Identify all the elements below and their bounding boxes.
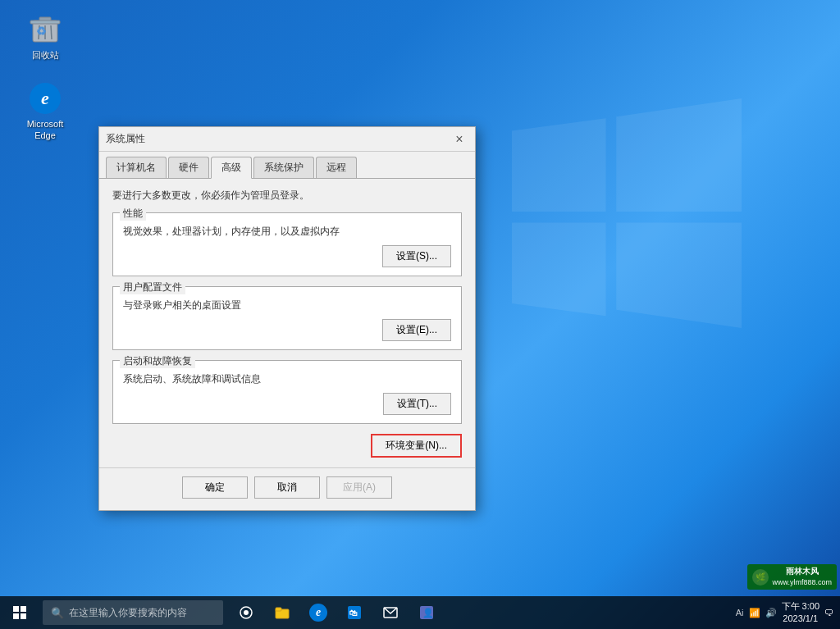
ok-button[interactable]: 确定 <box>182 476 248 499</box>
user-profiles-desc: 与登录账户相关的桌面设置 <box>123 299 451 312</box>
dialog-close-button[interactable]: × <box>450 130 468 148</box>
svg-text:🛍: 🛍 <box>349 608 358 618</box>
tray-clock[interactable]: 下午 3:00 2023/1/1 <box>782 600 819 626</box>
dialog-content: 要进行大多数更改，你必须作为管理员登录。 性能 视觉效果，处理器计划，内存使用，… <box>99 178 475 467</box>
edge-taskbar-button[interactable]: e <box>302 596 335 629</box>
dialog-note: 要进行大多数更改，你必须作为管理员登录。 <box>112 189 462 203</box>
dialog-overlay: 系统属性 × 计算机名 硬件 高级 系统保护 远程 要进行大多数更改，你必须作为… <box>0 0 840 596</box>
startup-recovery-settings-button[interactable]: 设置(T)... <box>383 393 451 415</box>
task-view-button[interactable] <box>230 596 262 629</box>
svg-rect-13 <box>13 613 19 619</box>
dialog-footer: 确定 取消 应用(A) <box>99 467 475 510</box>
watermark: 🌿 雨林木风 www.ylmf888.com <box>747 564 837 590</box>
dialog-title: 系统属性 <box>106 132 450 146</box>
cancel-button[interactable]: 取消 <box>254 476 320 499</box>
mail-taskbar-button[interactable] <box>374 596 407 629</box>
apply-button[interactable]: 应用(A) <box>326 476 392 499</box>
taskbar-search[interactable]: 🔍 在这里输入你要搜索的内容 <box>43 600 223 625</box>
environment-variables-button[interactable]: 环境变量(N)... <box>371 434 462 458</box>
taskbar: 🔍 在这里输入你要搜索的内容 e <box>0 596 840 629</box>
tab-remote[interactable]: 远程 <box>316 157 357 178</box>
svg-point-16 <box>244 610 249 615</box>
tray-volume-icon[interactable]: 🔊 <box>765 608 777 618</box>
tab-computer-name[interactable]: 计算机名 <box>106 157 167 178</box>
tab-advanced[interactable]: 高级 <box>211 157 252 179</box>
startup-recovery-section: 启动和故障恢复 系统启动、系统故障和调试信息 设置(T)... <box>112 360 462 424</box>
svg-rect-11 <box>13 606 19 612</box>
file-explorer-taskbar-button[interactable] <box>266 596 299 629</box>
tray-notification-icon[interactable]: 🗨 <box>824 608 833 618</box>
performance-section: 性能 视觉效果，处理器计划，内存使用，以及虚拟内存 设置(S)... <box>112 212 462 276</box>
watermark-logo: 🌿 雨林木风 www.ylmf888.com <box>752 566 832 588</box>
taskbar-middle-icons: e 🛍 👤 <box>230 596 443 629</box>
user-profiles-label: 用户配置文件 <box>120 280 185 294</box>
system-properties-dialog: 系统属性 × 计算机名 硬件 高级 系统保护 远程 要进行大多数更改，你必须作为… <box>98 126 476 511</box>
tray-text: Ai <box>736 608 744 618</box>
performance-desc: 视觉效果，处理器计划，内存使用，以及虚拟内存 <box>123 225 451 239</box>
tab-hardware[interactable]: 硬件 <box>168 157 209 178</box>
taskbar-search-icon: 🔍 <box>51 607 64 619</box>
start-button[interactable] <box>0 596 39 629</box>
taskbar-tray: Ai 📶 🔊 下午 3:00 2023/1/1 🗨 <box>736 600 840 626</box>
tray-network-icon[interactable]: 📶 <box>749 608 760 618</box>
performance-label: 性能 <box>120 207 146 221</box>
tab-system-protection[interactable]: 系统保护 <box>253 157 314 178</box>
startup-recovery-label: 启动和故障恢复 <box>120 354 195 368</box>
user-profiles-section: 用户配置文件 与登录账户相关的桌面设置 设置(E)... <box>112 286 462 350</box>
dialog-titlebar: 系统属性 × <box>99 127 475 152</box>
desktop: ♻ 回收站 e Microsoft Edge 系统属性 × 计算机名 硬件 高级… <box>0 0 840 629</box>
svg-text:👤: 👤 <box>422 607 434 618</box>
svg-rect-18 <box>276 608 281 611</box>
performance-settings-button[interactable]: 设置(S)... <box>382 245 451 267</box>
svg-rect-12 <box>21 606 26 612</box>
dialog-tabs: 计算机名 硬件 高级 系统保护 远程 <box>99 152 475 178</box>
user-profiles-settings-button[interactable]: 设置(E)... <box>382 319 451 341</box>
svg-rect-14 <box>21 613 26 619</box>
taskbar-search-text: 在这里输入你要搜索的内容 <box>69 606 187 620</box>
startup-recovery-desc: 系统启动、系统故障和调试信息 <box>123 372 451 386</box>
store-taskbar-button[interactable]: 🛍 <box>338 596 371 629</box>
unknown-taskbar-button[interactable]: 👤 <box>410 596 443 629</box>
